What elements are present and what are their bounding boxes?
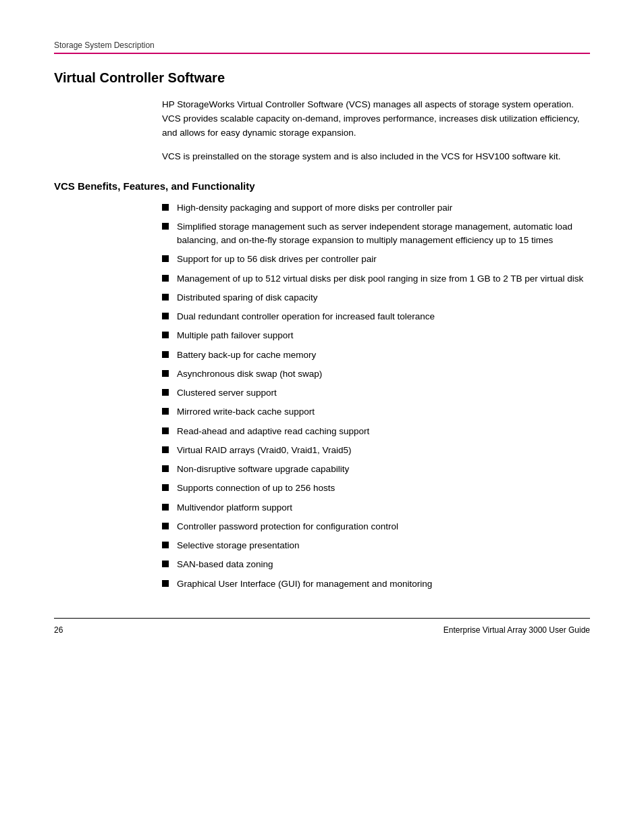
list-item-text: Asynchronous disk swap (hot swap) (177, 367, 322, 381)
list-item: Virtual RAID arrays (Vraid0, Vraid1, Vra… (162, 444, 590, 457)
bullet-icon (162, 255, 169, 262)
page-container: Storage System Description Virtual Contr… (0, 0, 644, 834)
footer-page-number: 26 (54, 625, 63, 635)
footer-rule (54, 618, 590, 619)
bullet-icon (162, 408, 169, 415)
bullet-icon (162, 370, 169, 377)
header-section: Storage System Description (54, 41, 590, 54)
list-item: Asynchronous disk swap (hot swap) (162, 367, 590, 381)
list-item: Supports connection of up to 256 hosts (162, 481, 590, 495)
list-item-text: Support for up to 56 disk drives per con… (177, 253, 377, 266)
bullet-icon (162, 427, 169, 434)
intro-paragraph-1: HP StorageWorks Virtual Controller Softw… (162, 98, 590, 140)
list-item-text: Supports connection of up to 256 hosts (177, 481, 335, 495)
list-item: Multivendor platform support (162, 501, 590, 515)
bullet-icon (162, 351, 169, 358)
list-item: Mirrored write-back cache support (162, 405, 590, 419)
subsection-title: VCS Benefits, Features, and Functionalit… (0, 180, 590, 192)
page-title: Virtual Controller Software (54, 70, 590, 86)
bullet-icon (162, 446, 169, 453)
bullets-area: High-density packaging and support of mo… (54, 201, 590, 591)
list-item: High-density packaging and support of mo… (162, 201, 590, 215)
list-item-text: Read-ahead and adaptive read caching sup… (177, 425, 369, 438)
list-item-text: Dual redundant controller operation for … (177, 310, 435, 323)
list-item-text: Battery back-up for cache memory (177, 348, 316, 362)
breadcrumb: Storage System Description (54, 41, 590, 50)
bullet-icon (162, 561, 169, 567)
list-item: Controller password protection for confi… (162, 520, 590, 533)
list-item: Management of up to 512 virtual disks pe… (162, 272, 590, 286)
list-item-text: Distributed sparing of disk capacity (177, 291, 318, 305)
list-item: Distributed sparing of disk capacity (162, 291, 590, 305)
intro-paragraph-2: VCS is preinstalled on the storage syste… (162, 150, 590, 164)
list-item: Selective storage presentation (162, 539, 590, 552)
footer-doc-title: Enterprise Virtual Array 3000 User Guide (444, 625, 590, 635)
bullet-icon (162, 484, 169, 491)
list-item: Clustered server support (162, 386, 590, 400)
list-item-text: Clustered server support (177, 386, 277, 400)
list-item: Dual redundant controller operation for … (162, 310, 590, 323)
list-item: SAN-based data zoning (162, 558, 590, 571)
bullet-icon (162, 204, 169, 211)
list-item: Read-ahead and adaptive read caching sup… (162, 425, 590, 438)
list-item-text: High-density packaging and support of mo… (177, 201, 452, 215)
list-item-text: Graphical User Interface (GUI) for manag… (177, 577, 432, 591)
bullet-icon (162, 294, 169, 301)
bullet-icon (162, 542, 169, 548)
bullet-icon (162, 223, 169, 230)
list-item: Simplified storage management such as se… (162, 220, 590, 248)
list-item-text: Controller password protection for confi… (177, 520, 398, 533)
list-item: Graphical User Interface (GUI) for manag… (162, 577, 590, 591)
list-item-text: Selective storage presentation (177, 539, 300, 552)
list-item-text: Multivendor platform support (177, 501, 292, 515)
list-item: Multiple path failover support (162, 329, 590, 342)
list-item-text: Virtual RAID arrays (Vraid0, Vraid1, Vra… (177, 444, 352, 457)
footer: 26 Enterprise Virtual Array 3000 User Gu… (54, 625, 590, 635)
bullet-icon (162, 332, 169, 338)
list-item-text: Mirrored write-back cache support (177, 405, 315, 419)
list-item-text: Multiple path failover support (177, 329, 294, 342)
bullet-icon (162, 313, 169, 319)
list-item-text: Management of up to 512 virtual disks pe… (177, 272, 583, 286)
list-item-text: Simplified storage management such as se… (177, 220, 590, 248)
bullet-icon (162, 465, 169, 472)
feature-list: High-density packaging and support of mo… (162, 201, 590, 591)
content-area: HP StorageWorks Virtual Controller Softw… (54, 98, 590, 164)
list-item: Battery back-up for cache memory (162, 348, 590, 362)
bullet-icon (162, 580, 169, 587)
list-item-text: SAN-based data zoning (177, 558, 273, 571)
list-item-text: Non-disruptive software upgrade capabili… (177, 463, 349, 476)
bullet-icon (162, 275, 169, 282)
bullet-icon (162, 523, 169, 529)
list-item: Non-disruptive software upgrade capabili… (162, 463, 590, 476)
bullet-icon (162, 504, 169, 511)
bullet-icon (162, 389, 169, 396)
list-item: Support for up to 56 disk drives per con… (162, 253, 590, 266)
header-rule (54, 53, 590, 54)
